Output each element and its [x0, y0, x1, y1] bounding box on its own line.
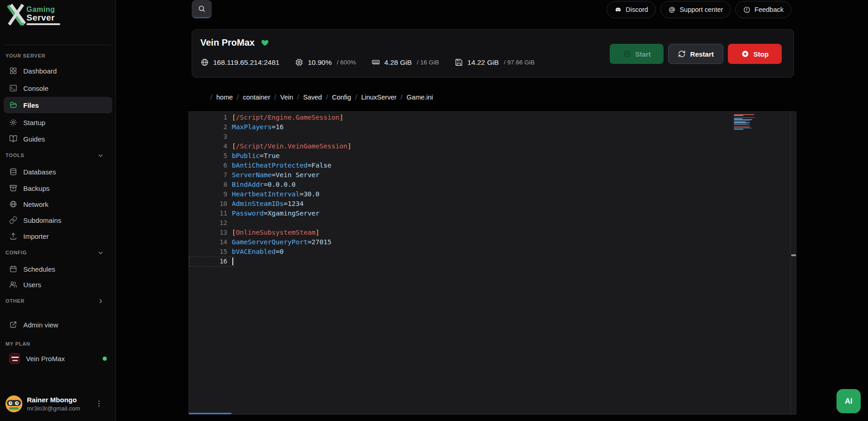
stop-button[interactable]: Stop: [728, 44, 782, 64]
line-number: 5: [189, 151, 227, 161]
sidebar-item-guides[interactable]: Guides: [4, 131, 112, 147]
sidebar-item-plan[interactable]: Vein ProMax: [4, 350, 112, 367]
breadcrumb-item-game-ini[interactable]: Game.ini: [407, 94, 433, 101]
brand-logo[interactable]: Gaming Server: [6, 3, 60, 26]
sidebar-item-files[interactable]: Files: [4, 97, 112, 113]
globe-icon: [9, 200, 17, 208]
link-icon: [9, 216, 17, 224]
code-line-15: 15bVACEnabled=0: [189, 247, 796, 257]
breadcrumb-item-linuxserver[interactable]: LinuxServer: [361, 94, 396, 101]
sidebar-item-label: Schedules: [23, 265, 55, 273]
restart-icon: [678, 50, 686, 58]
sidebar-item-label: Startup: [23, 119, 45, 126]
sidebar-section-other[interactable]: OTHER: [5, 297, 110, 305]
sidebar-section-tools[interactable]: TOOLS: [5, 152, 110, 159]
code-line-7: 7ServerName=Vein Server: [189, 170, 796, 180]
restart-button[interactable]: Restart: [668, 44, 723, 64]
code-line-1: 1[/Script/Engine.GameSession]: [189, 113, 796, 122]
my-plan-label: MY PLAN: [5, 340, 110, 347]
database-icon: [9, 168, 17, 176]
line-number: 6: [189, 161, 227, 170]
sidebar-item-startup[interactable]: Startup: [4, 114, 112, 131]
brand-line2: Server: [26, 13, 60, 22]
breadcrumb-item-config[interactable]: Config: [332, 94, 351, 101]
sidebar-item-network[interactable]: Network: [4, 196, 112, 212]
code-line-2: 2MaxPlayers=16: [189, 122, 796, 132]
start-button[interactable]: Start: [610, 44, 664, 64]
disk-icon: [455, 58, 463, 67]
minimap-line: [734, 130, 756, 131]
cpu-icon: [295, 58, 303, 67]
stat-cpu: 10.90%/ 600%: [295, 58, 356, 67]
code-line-16: 16: [189, 257, 796, 266]
sidebar-item-users[interactable]: Users: [4, 276, 112, 293]
sidebar-item-backups[interactable]: Backups: [4, 180, 112, 196]
line-number: 11: [189, 209, 227, 218]
ai-assistant-button[interactable]: AI: [837, 389, 861, 413]
sidebar-item-databases[interactable]: Databases: [4, 163, 112, 180]
sidebar-item-importer[interactable]: Importer: [4, 228, 112, 244]
server-stats: 168.119.65.214:248110.90%/ 600%4.28 GiB/…: [200, 58, 535, 67]
app-root: Gaming Server YOUR SERVERDashboardConsol…: [0, 0, 868, 421]
minimap[interactable]: [734, 114, 756, 131]
brand-text: Gaming Server: [26, 6, 60, 26]
sidebar-item-schedules[interactable]: Schedules: [4, 261, 112, 277]
code-line-6: 6bAntiCheatProtected=False: [189, 161, 796, 170]
line-number: 4: [189, 142, 227, 151]
upload-icon: [9, 232, 17, 240]
text-cursor: [232, 258, 233, 265]
kebab-icon: [95, 400, 103, 408]
chevron-down-icon: [97, 152, 104, 159]
line-number: 8: [189, 180, 227, 189]
breadcrumb-separator: /: [401, 94, 403, 101]
user-box: Rainer Mbongo mr3in3r@gmail.com: [0, 392, 116, 421]
editor-code-rows: 1[/Script/Engine.GameSession]2MaxPlayers…: [189, 113, 796, 266]
stop-circle-icon: [741, 50, 749, 58]
alert-circle-icon: [743, 6, 751, 14]
minimap-line: [734, 115, 743, 116]
code-line-3: 3: [189, 132, 796, 142]
brand-line1: Gaming: [26, 6, 60, 13]
breadcrumb-separator: /: [274, 94, 276, 101]
code-line-4: 4[/Script/Vein.VeinGameSession]: [189, 142, 796, 151]
minimap-line: [734, 119, 752, 120]
book-icon: [9, 135, 17, 143]
favorite-heart-icon[interactable]: [261, 38, 269, 47]
server-title-row: Vein ProMax: [200, 37, 269, 48]
magnifier-icon: [198, 5, 206, 13]
topbar-discord-button[interactable]: Discord: [607, 1, 656, 18]
stat-memory: 4.28 GiB/ 16 GiB: [371, 58, 439, 67]
breadcrumb-separator: /: [326, 94, 328, 101]
file-editor[interactable]: 1[/Script/Engine.GameSession]2MaxPlayers…: [188, 111, 796, 415]
sidebar-item-label: Guides: [23, 135, 45, 143]
stat-disk: 14.22 GiB/ 97.66 GiB: [455, 58, 534, 67]
user-name: Rainer Mbongo: [27, 396, 77, 404]
search-button[interactable]: [192, 0, 212, 18]
minimap-line: [734, 126, 750, 127]
sidebar-item-admin-view[interactable]: Admin view: [4, 316, 112, 333]
breadcrumb-item-home[interactable]: home: [216, 94, 233, 101]
sidebar-item-label: Backups: [23, 184, 50, 192]
minimap-line: [734, 122, 750, 123]
editor-scrollbar-marker[interactable]: [791, 254, 796, 256]
line-number: 9: [189, 189, 227, 199]
code-line-13: 13[OnlineSubsystemSteam]: [189, 228, 796, 237]
breadcrumb-item-saved[interactable]: Saved: [303, 94, 322, 101]
brand-x-icon: [6, 3, 26, 26]
user-menu-kebab-icon[interactable]: [95, 400, 104, 409]
plan-game-icon: [9, 353, 20, 364]
topbar-support-center-button[interactable]: Support center: [660, 1, 731, 18]
sidebar-item-subdomains[interactable]: Subdomains: [4, 212, 112, 228]
sidebar-item-dashboard[interactable]: Dashboard: [4, 63, 112, 79]
discord-icon: [614, 6, 622, 14]
breadcrumb-item-vein[interactable]: Vein: [280, 94, 293, 101]
stat-globe: 168.119.65.214:2481: [200, 58, 279, 67]
sidebar-section-config[interactable]: CONFIG: [5, 249, 110, 256]
line-number: 13: [189, 228, 227, 237]
sidebar-item-label: Console: [23, 84, 48, 92]
memory-icon: [371, 58, 380, 67]
breadcrumb-item-container[interactable]: container: [243, 94, 270, 101]
topbar-feedback-button[interactable]: Feedback: [735, 1, 791, 18]
sidebar-item-console[interactable]: Console: [4, 80, 112, 96]
editor-horizontal-scrollbar[interactable]: [189, 413, 231, 414]
